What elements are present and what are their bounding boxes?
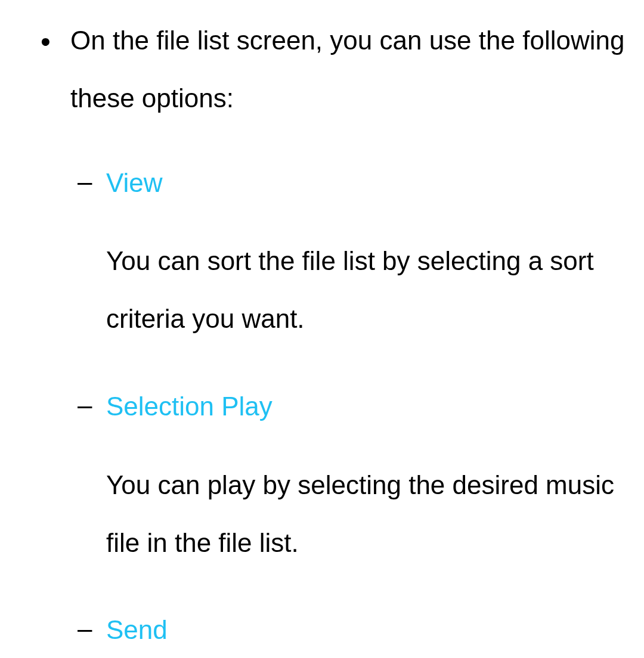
intro-text: On the file list screen, you can use the…: [70, 26, 624, 113]
list-item: Selection Play You can play by selecting…: [106, 378, 644, 572]
list-item: Send Lets you send your video files to y…: [106, 601, 644, 658]
option-term: Selection Play: [106, 378, 644, 436]
option-term: View: [106, 154, 644, 212]
options-list-item: On the file list screen, you can use the…: [70, 12, 644, 658]
option-term: Send: [106, 601, 644, 658]
option-desc: You can sort the file list by selecting …: [106, 232, 644, 348]
option-sublist: View You can sort the file list by selec…: [70, 154, 644, 658]
option-desc: You can play by selecting the desired mu…: [106, 457, 644, 572]
list-item: View You can sort the file list by selec…: [106, 154, 644, 348]
options-list: On the file list screen, you can use the…: [0, 12, 644, 658]
